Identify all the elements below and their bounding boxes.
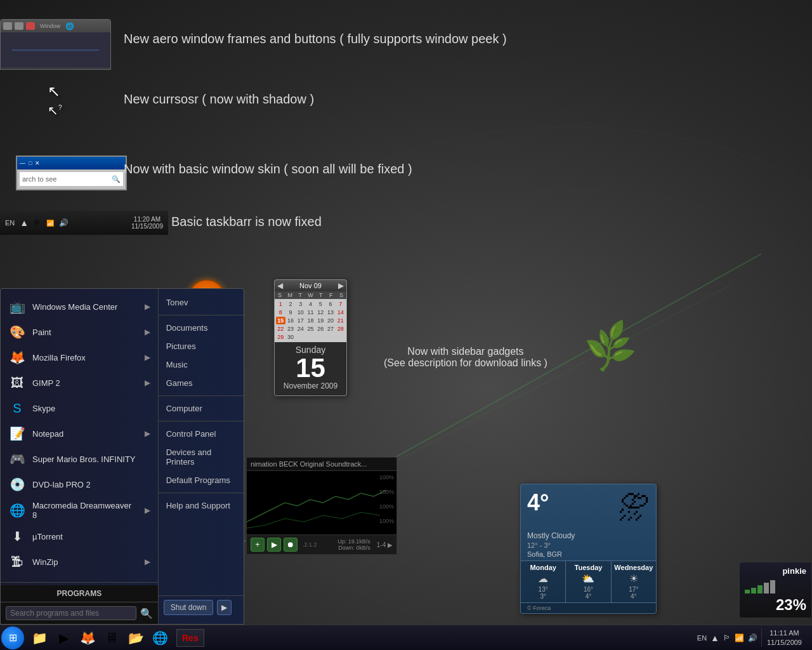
minimize-button[interactable] [3, 22, 12, 30]
start-app-dreamweaver[interactable]: 🌐 Macromedia Dreamweaver 8 ▶ [1, 497, 158, 524]
taskbar-browser-icon[interactable]: 🌐 [148, 627, 171, 649]
plant-decoration: 🌿 [580, 317, 641, 375]
start-right-devices-printers[interactable]: Devices and Printers [159, 444, 244, 470]
cal-day-21: 21 [336, 317, 345, 324]
weather-tue-name: Tuesday [567, 564, 609, 571]
start-divider [1, 582, 158, 583]
gadgets-description: Now with sidebar gadgets (See descriptio… [384, 346, 547, 369]
start-app-skype[interactable]: S Skype [1, 395, 158, 421]
windows-logo-icon: ⊞ [9, 632, 17, 644]
cal-day-12: 12 [316, 308, 325, 316]
start-right-computer[interactable]: Computer [159, 400, 244, 417]
cal-day-8: 8 [276, 308, 285, 316]
start-app-firefox[interactable]: 🦊 Mozilla Firefox ▶ [1, 345, 158, 370]
taskbar-network-icon[interactable]: 🖥 [100, 627, 123, 649]
weather-mon-name: Monday [522, 564, 564, 571]
taskbar-explorer-icon[interactable]: 📁 [28, 627, 51, 649]
winzip-label: WinZip [32, 557, 58, 567]
start-orb[interactable]: ⊞ [1, 627, 24, 649]
start-app-notepad[interactable]: 📝 Notepad ▶ [1, 421, 158, 446]
cal-day-29: 29 [276, 333, 285, 341]
signal-bars [745, 578, 806, 594]
start-right-help[interactable]: Help and Support [159, 497, 244, 514]
taskbar-res-button[interactable]: Res [176, 629, 204, 647]
taskbar-firefox-taskbar-icon[interactable]: 🦊 [76, 627, 99, 649]
window-titlebar: Window 🌐 [1, 20, 110, 32]
music-add-button[interactable]: + [251, 538, 265, 552]
taskbar-tray-volume[interactable]: 🔊 [748, 633, 757, 642]
start-app-utorrent[interactable]: ⬇ µTorrent [1, 524, 158, 549]
start-right-tonev[interactable]: Tonev [159, 294, 244, 311]
taskbar-date: 11/15/2009 [767, 638, 802, 647]
right-divider-1 [159, 315, 244, 315]
window-title: Window [40, 23, 60, 29]
search-programs-icon[interactable]: 🔍 [140, 607, 153, 620]
music-play-button[interactable]: ▶ [267, 538, 281, 552]
paint-arrow: ▶ [145, 328, 150, 336]
weather-mon-icon: ☁ [522, 573, 564, 585]
cursor-help-icon: ↖? [48, 103, 62, 118]
search-programs-input[interactable] [6, 606, 136, 620]
music-title: nimation BECK Original Soundtrack... [247, 458, 396, 471]
calendar-prev[interactable]: ◀ [277, 281, 283, 290]
cal-header-sat: S [336, 292, 346, 298]
cal-day-2: 2 [286, 300, 296, 308]
utorrent-icon: ⬇ [8, 527, 26, 545]
cal-day-3: 3 [296, 300, 305, 308]
cursor-normal-icon: ↖ [48, 83, 60, 100]
start-app-super-mario[interactable]: 🎮 Super Mario Bros. INFINITY [1, 446, 158, 472]
calendar-date-big: 15 [276, 355, 345, 381]
weather-temp-section: 4° [527, 489, 549, 516]
shutdown-arrow-button[interactable]: ▶ [217, 600, 232, 615]
maximize-button[interactable] [15, 22, 23, 30]
taskbar-date-value: 11/15/2009 [131, 223, 163, 230]
start-app-paint[interactable]: 🎨 Paint ▶ [1, 319, 158, 345]
taskbar-arrow-up: ▲ [20, 218, 29, 228]
start-right-games[interactable]: Games [159, 375, 244, 392]
gimp-icon: 🖼 [8, 374, 26, 392]
weather-mon-high: 13° [522, 586, 564, 593]
winzip-icon: 🗜 [8, 553, 26, 571]
music-record-button[interactable]: ⏺ [284, 538, 298, 552]
taskbar-flag-icon: 🏳 [34, 218, 41, 227]
start-right-pictures[interactable]: Pictures [159, 338, 244, 355]
signal-name: pinkie [745, 566, 806, 576]
graph-svg [247, 471, 396, 534]
start-app-gimp[interactable]: 🖼 GIMP 2 ▶ [1, 370, 158, 395]
start-right-documents[interactable]: Documents [159, 319, 244, 336]
taskbar-signal-icon: 📶 [46, 220, 54, 227]
taskbar-clock[interactable]: 11:11 AM 11/15/2009 [761, 628, 807, 647]
start-button[interactable]: ⊞ [0, 625, 25, 651]
shutdown-button[interactable]: Shut down [164, 600, 214, 615]
start-menu: 📺 Windows Media Center ▶ 🎨 Paint ▶ 🦊 Moz… [0, 288, 244, 625]
start-app-dvd-lab[interactable]: 💿 DVD-lab PRO 2 [1, 472, 158, 497]
taskbar-folder-icon[interactable]: 📂 [124, 627, 147, 649]
taskbar-tray-arrow[interactable]: ▲ [710, 633, 719, 643]
windows-media-center-arrow: ▶ [145, 302, 150, 311]
close-button[interactable] [26, 22, 35, 30]
start-right-control-panel[interactable]: Control Panel [159, 425, 244, 442]
weather-wed-high: 17° [613, 586, 655, 593]
dvd-lab-icon: 💿 [8, 475, 26, 493]
taskbar-volume-icon: 🔊 [59, 218, 69, 227]
cal-day-22: 22 [276, 325, 285, 333]
start-menu-left: 📺 Windows Media Center ▶ 🎨 Paint ▶ 🦊 Moz… [1, 289, 159, 624]
taskbar-media-icon[interactable]: ▶ [52, 627, 75, 649]
desktop: Window 🌐 New aero window frames and butt… [0, 0, 812, 650]
calendar-month-year: Nov 09 [299, 282, 322, 289]
notepad-arrow: ▶ [145, 429, 150, 438]
programs-bar: PROGRAMS [1, 585, 158, 602]
weather-location: Sofia, BGR [521, 550, 656, 560]
start-app-winzip[interactable]: 🗜 WinZip ▶ [1, 549, 158, 574]
start-right-default-programs[interactable]: Default Programs [159, 472, 244, 489]
cal-day-14: 14 [336, 308, 345, 316]
paint-icon: 🎨 [8, 323, 26, 341]
weather-tue-low: 4° [567, 593, 609, 600]
cal-day-5: 5 [316, 300, 325, 308]
graph-label-4: 100% [379, 518, 396, 524]
calendar-days: 1 2 3 4 5 6 7 8 9 10 11 12 13 14 15 16 1… [275, 299, 346, 342]
start-right-music[interactable]: Music [159, 356, 244, 373]
firefox-icon: 🦊 [8, 348, 26, 366]
start-app-windows-media-center[interactable]: 📺 Windows Media Center ▶ [1, 294, 158, 319]
calendar-next[interactable]: ▶ [338, 281, 344, 290]
